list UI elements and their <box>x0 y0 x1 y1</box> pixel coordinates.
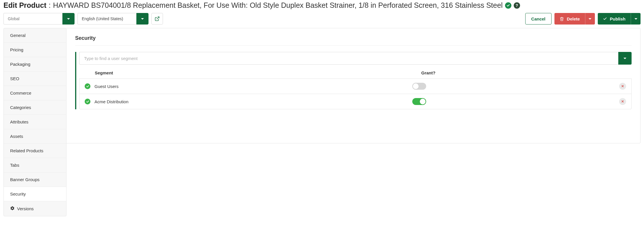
delete-label: Delete <box>567 16 580 21</box>
segment-name: Guest Users <box>94 84 412 89</box>
sidebar: General Pricing Packaging SEO Commerce C… <box>3 28 66 216</box>
publish-label: Publish <box>610 16 626 21</box>
sidebar-item-pricing[interactable]: Pricing <box>4 43 66 57</box>
sidebar-item-label: Pricing <box>10 47 23 52</box>
chevron-down-icon <box>141 18 144 20</box>
sidebar-item-label: Security <box>10 192 26 196</box>
sidebar-item-seo[interactable]: SEO <box>4 72 66 86</box>
chevron-down-icon <box>623 58 626 59</box>
segment-check-icon <box>85 83 90 89</box>
sidebar-item-label: Attributes <box>10 119 28 124</box>
close-icon: ✕ <box>621 84 624 88</box>
cancel-button[interactable]: Cancel <box>525 13 552 25</box>
delete-button[interactable]: Delete <box>554 13 595 25</box>
publish-caret[interactable] <box>631 13 641 25</box>
sidebar-item-commerce[interactable]: Commerce <box>4 86 66 100</box>
content: General Pricing Packaging SEO Commerce C… <box>0 28 644 222</box>
remove-segment-button[interactable]: ✕ <box>619 83 626 90</box>
delete-main[interactable]: Delete <box>554 13 585 25</box>
delete-caret[interactable] <box>585 13 595 25</box>
sidebar-item-assets[interactable]: Assets <box>4 129 66 144</box>
status-check-icon <box>505 2 511 9</box>
toolbar: Cancel Delete Publish <box>0 12 644 28</box>
external-link-icon <box>155 16 160 21</box>
scope-select[interactable] <box>3 13 75 25</box>
panel-divider <box>75 45 632 46</box>
sidebar-item-security[interactable]: Security <box>4 187 66 201</box>
sidebar-item-label: General <box>10 33 25 38</box>
column-segment: Segment <box>95 70 421 75</box>
product-title: HAYWARD BS704001/8 Replacement Basket, F… <box>53 1 503 10</box>
sidebar-item-label: SEO <box>10 76 19 81</box>
segment-search <box>79 52 632 65</box>
sidebar-item-packaging[interactable]: Packaging <box>4 57 66 72</box>
gear-icon <box>10 206 15 211</box>
locale-select[interactable] <box>77 13 149 25</box>
sidebar-item-attributes[interactable]: Attributes <box>4 115 66 129</box>
security-block: Segment Grant? Guest Users ✕ <box>75 52 632 109</box>
scope-input[interactable] <box>3 13 62 25</box>
title-colon: : <box>49 1 51 10</box>
sidebar-item-categories[interactable]: Categories <box>4 100 66 115</box>
segment-name: Acme Distribution <box>94 99 412 104</box>
sidebar-item-related-products[interactable]: Related Products <box>4 144 66 158</box>
main-panel: Security Segment Grant? Guest Users <box>66 28 641 143</box>
segment-check-icon <box>85 99 90 104</box>
grant-toggle[interactable] <box>412 98 426 105</box>
trash-icon <box>560 17 564 21</box>
locale-input[interactable] <box>77 13 136 25</box>
column-actions <box>600 70 626 75</box>
sidebar-item-label: Banner Groups <box>10 177 40 182</box>
column-grant: Grant? <box>421 70 600 75</box>
publish-button[interactable]: Publish <box>598 13 641 25</box>
grant-toggle[interactable] <box>412 83 426 90</box>
sidebar-item-label: Tabs <box>10 163 19 168</box>
sidebar-item-label: Assets <box>10 134 23 139</box>
publish-main[interactable]: Publish <box>598 13 631 25</box>
sidebar-item-label: Versions <box>17 206 34 211</box>
close-icon: ✕ <box>621 100 624 104</box>
segment-table: Segment Grant? Guest Users ✕ <box>79 66 632 109</box>
locale-caret[interactable] <box>136 13 149 25</box>
check-icon <box>603 17 607 21</box>
scope-caret[interactable] <box>62 13 75 25</box>
segment-table-head: Segment Grant? <box>79 66 632 79</box>
sidebar-item-label: Commerce <box>10 91 31 95</box>
sidebar-item-label: Packaging <box>10 62 30 67</box>
svg-line-0 <box>157 17 159 19</box>
segment-search-input[interactable] <box>79 52 618 65</box>
sidebar-item-versions[interactable]: Versions <box>4 201 66 216</box>
sidebar-item-label: Related Products <box>10 148 43 153</box>
remove-segment-button[interactable]: ✕ <box>619 98 626 105</box>
sidebar-item-banner-groups[interactable]: Banner Groups <box>4 172 66 187</box>
chevron-down-icon <box>67 18 70 20</box>
sidebar-item-tabs[interactable]: Tabs <box>4 158 66 172</box>
cancel-label: Cancel <box>531 16 545 21</box>
title-prefix: Edit Product <box>3 1 47 10</box>
segment-search-caret[interactable] <box>618 52 632 65</box>
open-external-button[interactable] <box>151 13 163 25</box>
page-header: Edit Product: HAYWARD BS704001/8 Replace… <box>0 0 644 12</box>
chevron-down-icon <box>589 18 591 20</box>
chevron-down-icon <box>634 18 637 20</box>
panel-heading: Security <box>75 35 632 41</box>
segment-row: Guest Users ✕ <box>79 78 632 94</box>
segment-row: Acme Distribution ✕ <box>79 94 632 109</box>
sidebar-item-general[interactable]: General <box>4 28 66 43</box>
sidebar-item-label: Categories <box>10 105 31 110</box>
help-icon[interactable]: ? <box>514 2 520 9</box>
